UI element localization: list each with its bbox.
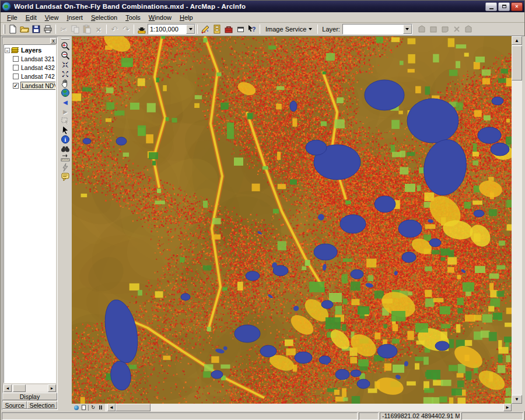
map-horizontal-scrollbar[interactable]: ↻ ◄ ►: [72, 404, 512, 411]
open-button[interactable]: [19, 23, 30, 35]
tab-selection[interactable]: Selection: [27, 401, 57, 409]
scroll-down-icon[interactable]: ▼: [512, 395, 522, 404]
zoom-out-tool[interactable]: −: [60, 51, 71, 60]
data-view-button[interactable]: [72, 404, 80, 411]
undo-button[interactable]: ↶: [108, 23, 120, 35]
go-back-extent-tool[interactable]: ◄: [60, 97, 71, 107]
add-data-button[interactable]: [136, 23, 148, 35]
ndvi-map-canvas[interactable]: [72, 36, 512, 404]
menu-file[interactable]: File: [3, 13, 22, 22]
restore-button[interactable]: [498, 2, 510, 11]
menu-view[interactable]: View: [41, 13, 63, 22]
toc-root-layers[interactable]: – Layers: [5, 47, 55, 54]
layer-label[interactable]: Landsat NDVI: [20, 82, 56, 90]
map-hscroll-thumb[interactable]: [116, 404, 150, 411]
copy-button[interactable]: [69, 23, 81, 35]
menu-tools[interactable]: Tools: [121, 13, 145, 22]
menu-window[interactable]: Window: [145, 13, 176, 22]
fixed-zoom-in-tool[interactable]: ↘↙↗↖: [60, 60, 71, 69]
toolbar-grip[interactable]: [4, 24, 5, 34]
scroll-right-icon[interactable]: ►: [503, 404, 512, 411]
layer-label[interactable]: Landsat 321: [20, 55, 55, 62]
toc-horizontal-scrollbar[interactable]: ◄ ►: [4, 384, 56, 392]
window-icon: [237, 27, 244, 32]
toc-layer-landsat-432[interactable]: Landsat 432: [13, 64, 55, 71]
arctoolbox-button[interactable]: [223, 23, 235, 35]
arccatalog-button[interactable]: [211, 23, 223, 35]
toc-tree: – Layers Landsat 321Landsat 432Landsat 7…: [4, 44, 56, 383]
minimize-button[interactable]: [485, 2, 497, 11]
menu-insert[interactable]: Insert: [62, 13, 87, 22]
print-button[interactable]: [42, 23, 54, 35]
layer-checkbox[interactable]: [13, 74, 19, 79]
layer-checkbox[interactable]: [13, 65, 19, 71]
arcmap-globe-icon: [2, 2, 11, 11]
refresh-view-button[interactable]: ↻: [89, 404, 97, 411]
map-hscroll-track[interactable]: [116, 404, 503, 411]
toc-layer-landsat-ndvi[interactable]: ✓Landsat NDVI: [13, 82, 55, 90]
map-vscroll-thumb[interactable]: [512, 46, 522, 80]
close-button[interactable]: ×: [511, 2, 523, 11]
map-data-view[interactable]: [72, 36, 512, 404]
menu-help[interactable]: Help: [176, 13, 197, 22]
scale-dropdown-arrow[interactable]: [186, 24, 195, 34]
toc-layer-landsat-742[interactable]: Landsat 742: [13, 73, 55, 80]
select-features-tool[interactable]: [60, 116, 71, 125]
toc-tab-row-1: Display: [2, 393, 57, 401]
delete-button[interactable]: ×: [93, 23, 104, 35]
new-map-button[interactable]: [7, 23, 19, 35]
layout-view-button[interactable]: [80, 404, 88, 411]
layer-dropdown-arrow[interactable]: [403, 24, 412, 34]
pause-icon: [99, 405, 102, 410]
scroll-right-icon[interactable]: ►: [48, 384, 56, 392]
fixed-zoom-out-tool[interactable]: ↖↗↙↘: [60, 69, 71, 79]
pause-drawing-button[interactable]: [97, 404, 104, 411]
tab-source[interactable]: Source: [2, 401, 27, 409]
hyperlink-tool: [60, 163, 71, 172]
window-title: World Landsat On-The-Fly Band Combinatio…: [14, 3, 484, 10]
full-extent-tool[interactable]: [60, 88, 71, 97]
menu-edit[interactable]: Edit: [22, 13, 41, 22]
title-bar[interactable]: World Landsat On-The-Fly Band Combinatio…: [1, 1, 524, 12]
layer-input[interactable]: [343, 25, 403, 33]
standard-toolbar: ✂ × ↶ ↷ Image Service Layer:: [1, 23, 524, 36]
tools-toolbar-grip[interactable]: [61, 38, 69, 40]
plus-icon: +: [62, 42, 66, 48]
layer-combo[interactable]: [342, 24, 412, 34]
edit-feature-tool-disabled: [463, 23, 474, 35]
toc-scroll-thumb[interactable]: [13, 384, 26, 392]
command-window-button[interactable]: [235, 23, 246, 35]
menu-selection[interactable]: Selection: [87, 13, 121, 22]
map-vertical-scrollbar[interactable]: ▲ ▼: [512, 36, 522, 404]
status-small-panel: [359, 412, 379, 420]
tab-display[interactable]: Display: [2, 393, 57, 400]
find-tool[interactable]: [60, 144, 71, 153]
identify-tool[interactable]: [60, 135, 71, 144]
collapse-icon[interactable]: –: [5, 48, 10, 53]
scroll-left-icon[interactable]: ◄: [107, 404, 116, 411]
cut-button[interactable]: ✂: [58, 23, 69, 35]
layer-label[interactable]: Landsat 432: [20, 64, 55, 71]
zoom-in-tool[interactable]: +: [60, 41, 71, 51]
toc-layer-landsat-321[interactable]: Landsat 321: [13, 55, 55, 62]
toc-scroll-track[interactable]: [12, 384, 48, 392]
measure-tool[interactable]: [60, 153, 71, 163]
map-scale-combo[interactable]: [148, 24, 195, 34]
scroll-up-icon[interactable]: ▲: [512, 36, 522, 45]
editor-toolbar-button[interactable]: [200, 23, 211, 35]
paste-button[interactable]: [81, 23, 93, 35]
redo-button[interactable]: ↷: [120, 23, 132, 35]
whats-this-button[interactable]: [246, 23, 258, 35]
toc-close-button[interactable]: x: [50, 38, 57, 44]
map-scale-input[interactable]: [148, 25, 186, 33]
save-button[interactable]: [30, 23, 42, 35]
pan-tool[interactable]: [60, 79, 71, 88]
select-elements-tool[interactable]: [60, 125, 71, 135]
layer-checkbox[interactable]: [13, 56, 19, 62]
polygon-tool-disabled: [439, 23, 451, 35]
image-service-menu-button[interactable]: Image Service: [262, 23, 316, 35]
html-popup-tool[interactable]: [60, 172, 71, 181]
scroll-left-icon[interactable]: ◄: [4, 384, 12, 392]
layer-label[interactable]: Landsat 742: [20, 73, 55, 80]
layer-checkbox[interactable]: ✓: [13, 83, 19, 89]
